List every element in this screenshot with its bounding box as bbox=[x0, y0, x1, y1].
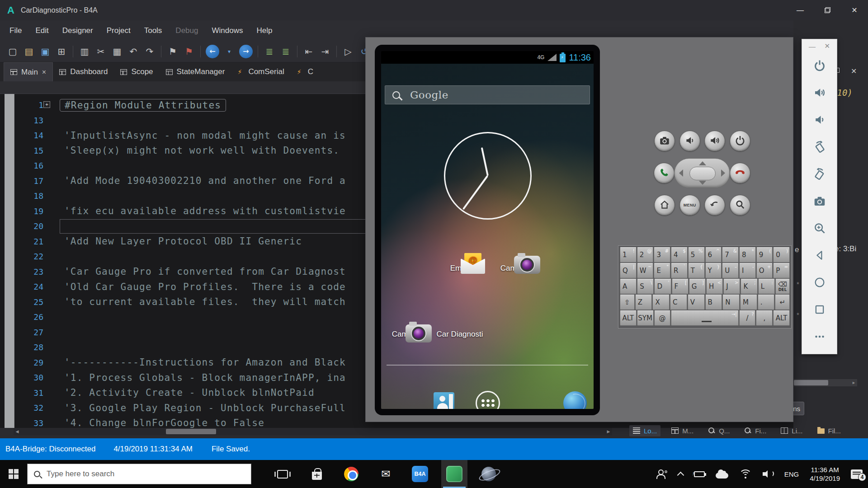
mail-button[interactable]: ✉ bbox=[373, 460, 399, 488]
key[interactable]: R` bbox=[671, 263, 688, 278]
navigate-forward-icon[interactable]: → bbox=[239, 45, 253, 58]
menu-button[interactable]: MENU bbox=[679, 195, 700, 216]
key[interactable]: Z bbox=[635, 295, 652, 310]
app-drawer-icon[interactable] bbox=[476, 391, 500, 409]
key[interactable]: C bbox=[670, 295, 687, 310]
navigate-back-icon[interactable]: ← bbox=[206, 45, 219, 58]
uncomment-icon[interactable]: ≣ bbox=[278, 44, 293, 59]
app-car-diagnostic[interactable]: Car Diagnosti bbox=[428, 322, 491, 339]
editor-horizontal-scrollbar[interactable]: ◀ ▶ bbox=[14, 428, 612, 435]
key[interactable]: Y} bbox=[705, 263, 722, 278]
shift-right-icon[interactable]: ⇥ bbox=[317, 44, 333, 59]
tab-scope[interactable]: Scope bbox=[114, 62, 159, 81]
panel-tab-files[interactable]: Fil... bbox=[814, 425, 844, 436]
people-app-icon[interactable] bbox=[434, 392, 454, 409]
key[interactable]: D' bbox=[654, 279, 671, 294]
key[interactable]: O+ bbox=[756, 263, 773, 278]
key[interactable]: 2@ bbox=[637, 247, 654, 263]
emulator-home-button[interactable] bbox=[813, 277, 826, 290]
search-button[interactable] bbox=[730, 195, 750, 216]
power-button[interactable] bbox=[730, 131, 750, 151]
key[interactable]: 1! bbox=[620, 247, 637, 263]
app-camera[interactable]: Camera bbox=[487, 253, 541, 273]
scroll-right-icon[interactable]: ► bbox=[852, 380, 856, 385]
phone-screen[interactable]: 4G 11:36 Google @ Em bbox=[381, 51, 594, 409]
start-button[interactable] bbox=[0, 460, 27, 488]
key[interactable]: 4$ bbox=[671, 247, 688, 263]
taskbar-clock[interactable]: 11:36 AM 4/19/2019 bbox=[804, 460, 845, 488]
tab-close-icon[interactable]: × bbox=[42, 68, 46, 76]
new-project-icon[interactable]: ▢ bbox=[5, 44, 20, 59]
key[interactable]: 6^ bbox=[705, 247, 722, 263]
panel-tab-libraries[interactable]: Li... bbox=[777, 425, 806, 436]
menu-edit[interactable]: Edit bbox=[28, 20, 55, 41]
separator[interactable] bbox=[73, 46, 73, 57]
task-view-button[interactable] bbox=[269, 460, 296, 488]
fold-marker-icon[interactable]: + bbox=[43, 101, 50, 108]
tab-partial[interactable]: C bbox=[291, 62, 320, 81]
google-search-bar[interactable]: Google bbox=[385, 85, 590, 104]
back-button[interactable] bbox=[704, 195, 725, 216]
panel-tab-find[interactable]: Fi... bbox=[741, 425, 770, 436]
dpad-down-icon[interactable] bbox=[699, 181, 706, 185]
key[interactable]: , bbox=[756, 310, 773, 326]
home-button[interactable] bbox=[654, 195, 675, 216]
volume-down-button[interactable] bbox=[679, 131, 700, 151]
separator[interactable] bbox=[336, 46, 337, 57]
key[interactable]: N bbox=[722, 295, 740, 310]
bookmark-remove-icon[interactable]: ⚑ bbox=[181, 44, 197, 59]
panel-close-icon[interactable]: ✕ bbox=[851, 67, 857, 75]
b4a-taskbar-button[interactable]: B4A bbox=[407, 460, 433, 488]
cut-icon[interactable]: ✂ bbox=[93, 44, 108, 59]
menu-project[interactable]: Project bbox=[100, 20, 137, 41]
call-button[interactable] bbox=[654, 163, 675, 183]
analog-clock-widget[interactable] bbox=[444, 132, 532, 220]
app-email[interactable]: @ Email bbox=[433, 253, 487, 273]
minimize-button[interactable]: — bbox=[787, 0, 814, 20]
avd-taskbar-button[interactable] bbox=[476, 460, 502, 488]
minimize-button[interactable]: — bbox=[809, 42, 816, 50]
key[interactable]: SYM bbox=[637, 310, 654, 326]
package-icon[interactable]: ⊞ bbox=[54, 44, 69, 59]
key[interactable]: ALT bbox=[620, 310, 637, 326]
people-tray-button[interactable] bbox=[651, 460, 673, 488]
key[interactable]: L: bbox=[758, 279, 775, 294]
tab-comserial[interactable]: ComSerial bbox=[231, 62, 290, 81]
key[interactable]: A bbox=[620, 279, 637, 294]
emulator-volume-down-button[interactable] bbox=[813, 114, 826, 127]
camera-button[interactable] bbox=[654, 131, 675, 151]
menu-designer[interactable]: Designer bbox=[56, 20, 100, 41]
key[interactable]: T{ bbox=[688, 263, 705, 278]
key[interactable]: F[ bbox=[672, 279, 689, 294]
key[interactable]: . bbox=[758, 295, 775, 310]
store-button[interactable] bbox=[304, 460, 330, 488]
tab-statemanager[interactable]: StateManager bbox=[160, 62, 231, 81]
more-button[interactable] bbox=[813, 331, 826, 344]
scrollbar-thumb[interactable] bbox=[794, 380, 828, 385]
separator[interactable] bbox=[200, 46, 201, 57]
app-camera-2[interactable]: Camera bbox=[381, 322, 433, 339]
key[interactable]: /? bbox=[739, 310, 756, 326]
key[interactable]: B bbox=[705, 295, 722, 310]
redo-icon[interactable]: ↷ bbox=[142, 44, 157, 59]
end-call-button[interactable] bbox=[730, 163, 750, 183]
key[interactable]: ⇧ bbox=[620, 295, 635, 310]
key[interactable]: 5% bbox=[688, 247, 705, 263]
restore-button[interactable] bbox=[814, 0, 841, 20]
run-icon[interactable]: ▷ bbox=[340, 44, 356, 59]
key[interactable]: P= bbox=[773, 263, 790, 278]
key[interactable]: I- bbox=[739, 263, 756, 278]
separator[interactable] bbox=[297, 46, 297, 57]
volume-tray-button[interactable] bbox=[757, 460, 779, 488]
emulator-taskbar-button[interactable] bbox=[441, 460, 467, 488]
dpad-right-icon[interactable] bbox=[721, 169, 725, 177]
menu-file[interactable]: File bbox=[3, 20, 28, 41]
emulator-power-button[interactable] bbox=[813, 60, 826, 73]
zoom-button[interactable] bbox=[813, 222, 826, 236]
key[interactable]: W~ bbox=[637, 263, 654, 278]
key[interactable]: ⌫DEL bbox=[775, 279, 790, 294]
bookmark-icon[interactable]: ⚑ bbox=[165, 44, 180, 59]
browser-app-icon[interactable] bbox=[563, 391, 587, 409]
shift-left-icon[interactable]: ⇤ bbox=[301, 44, 316, 59]
copy-icon[interactable]: ▥ bbox=[77, 44, 92, 59]
